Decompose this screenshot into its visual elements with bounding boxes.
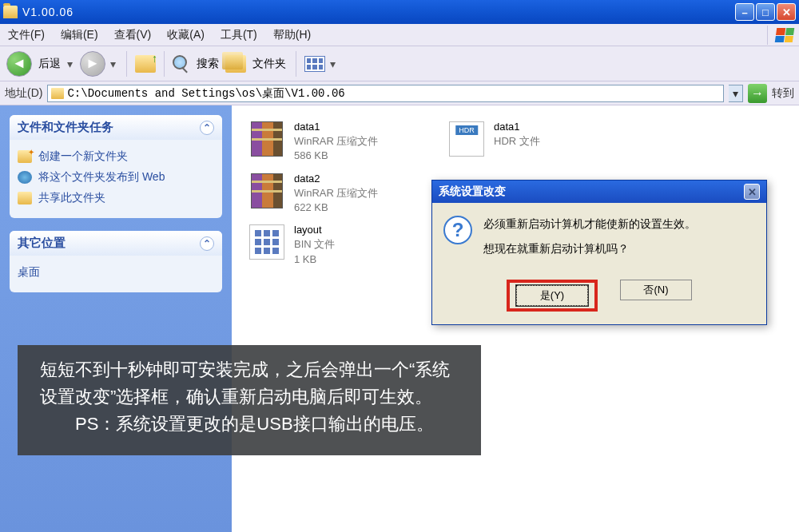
file-size: 1 KB xyxy=(294,252,335,267)
back-label: 后退 xyxy=(38,57,61,71)
task-share-folder[interactable]: 共享此文件夹 xyxy=(18,188,214,208)
file-type: WinRAR 压缩文件 xyxy=(294,186,378,200)
no-button[interactable]: 否(N) xyxy=(620,280,692,300)
yes-button[interactable]: 是(Y) xyxy=(516,285,588,306)
tasks-panel: 文件和文件夹任务 ⌃ 创建一个新文件夹 将这个文件夹发布到 Web 共享此文件夹 xyxy=(10,115,222,218)
file-type: HDR 文件 xyxy=(494,134,540,149)
dialog-close-button[interactable]: ✕ xyxy=(744,184,760,200)
file-type: BIN 文件 xyxy=(294,237,335,252)
sidebar: 文件和文件夹任务 ⌃ 创建一个新文件夹 将这个文件夹发布到 Web 共享此文件夹 xyxy=(0,105,232,532)
question-icon: ? xyxy=(443,216,472,244)
forward-dropdown[interactable]: ▾ xyxy=(110,58,118,70)
tasks-panel-header[interactable]: 文件和文件夹任务 ⌃ xyxy=(10,115,222,140)
address-label: 地址(D) xyxy=(5,86,42,101)
windows-logo-icon xyxy=(767,26,796,45)
places-panel-title: 其它位置 xyxy=(18,236,66,251)
menu-file[interactable]: 文件(F) xyxy=(8,28,45,42)
dialog-line2: 想现在就重新启动计算机吗？ xyxy=(483,240,696,257)
file-item[interactable]: data1 HDR 文件 xyxy=(447,120,623,164)
task-label: 创建一个新文件夹 xyxy=(38,149,128,164)
task-publish-web[interactable]: 将这个文件夹发布到 Web xyxy=(18,167,214,188)
dialog-message: 必须重新启动计算机才能使新的设置生效。 想现在就重新启动计算机吗？ xyxy=(483,216,696,265)
views-icon[interactable] xyxy=(304,56,325,72)
dialog-titlebar[interactable]: 系统设置改变 ✕ xyxy=(432,181,766,203)
close-button[interactable]: ✕ xyxy=(777,3,796,21)
menu-bar: 文件(F) 编辑(E) 查看(V) 收藏(A) 工具(T) 帮助(H) xyxy=(0,24,799,46)
dialog-line1: 必须重新启动计算机才能使新的设置生效。 xyxy=(483,216,696,232)
address-dropdown[interactable]: ▾ xyxy=(729,85,743,102)
folder-icon xyxy=(3,6,18,18)
search-label[interactable]: 搜索 xyxy=(197,57,219,71)
place-label: 桌面 xyxy=(18,265,40,280)
file-name: data1 xyxy=(294,120,378,134)
tasks-panel-title: 文件和文件夹任务 xyxy=(18,120,113,135)
task-label: 将这个文件夹发布到 Web xyxy=(38,170,165,185)
window-titlebar: V1.00.06 – □ ✕ xyxy=(0,0,799,24)
annotation-line2: PS：系统设置更改的是USB接口输出的电压。 xyxy=(40,411,459,438)
address-input[interactable]: C:\Documents and Settings\os\桌面\V1.00.06 xyxy=(47,85,724,102)
places-panel: 其它位置 ⌃ 桌面 xyxy=(10,231,222,292)
separator xyxy=(296,51,296,77)
back-button[interactable]: ◄ xyxy=(6,51,32,77)
up-folder-icon[interactable] xyxy=(135,55,156,73)
back-dropdown[interactable]: ▾ xyxy=(67,58,75,70)
file-item[interactable]: data1 WinRAR 压缩文件 586 KB xyxy=(248,120,423,164)
file-item[interactable]: data2 WinRAR 压缩文件 622 KB xyxy=(248,172,423,216)
menu-view[interactable]: 查看(V) xyxy=(114,28,152,42)
dialog-title: 系统设置改变 xyxy=(439,185,506,199)
folders-icon[interactable] xyxy=(225,55,246,73)
chevron-up-icon[interactable]: ⌃ xyxy=(200,121,214,135)
system-settings-dialog: 系统设置改变 ✕ ? 必须重新启动计算机才能使新的设置生效。 想现在就重新启动计… xyxy=(431,180,767,325)
archive-icon xyxy=(248,172,286,210)
window-title: V1.00.06 xyxy=(22,6,735,18)
hdr-icon xyxy=(447,120,486,158)
go-button[interactable]: → xyxy=(748,84,767,103)
views-dropdown[interactable]: ▾ xyxy=(330,58,338,70)
file-name: data1 xyxy=(494,120,540,134)
places-panel-header[interactable]: 其它位置 ⌃ xyxy=(10,231,222,256)
toolbar: ◄ 后退 ▾ ► ▾ 搜索 文件夹 ▾ xyxy=(0,46,799,81)
file-name: data2 xyxy=(294,172,378,186)
menu-help[interactable]: 帮助(H) xyxy=(273,28,311,42)
search-icon[interactable] xyxy=(173,55,190,73)
file-size: 586 KB xyxy=(294,149,378,163)
separator xyxy=(126,51,127,77)
minimize-button[interactable]: – xyxy=(735,3,754,21)
go-label[interactable]: 转到 xyxy=(772,86,794,101)
annotation-overlay: 短短不到十秒钟即可安装完成，之后会弹出一个“系统设置改变”选择框，确认重新启动电… xyxy=(18,345,481,455)
file-item[interactable]: layout BIN 文件 1 KB xyxy=(248,223,423,267)
menu-fav[interactable]: 收藏(A) xyxy=(167,28,205,42)
task-new-folder[interactable]: 创建一个新文件夹 xyxy=(18,146,214,167)
place-desktop[interactable]: 桌面 xyxy=(18,262,214,283)
globe-icon xyxy=(18,171,32,184)
separator xyxy=(164,51,165,77)
bin-icon xyxy=(248,223,286,261)
address-path: C:\Documents and Settings\os\桌面\V1.00.06 xyxy=(67,86,344,101)
menu-tools[interactable]: 工具(T) xyxy=(221,28,257,42)
chevron-up-icon[interactable]: ⌃ xyxy=(200,236,214,251)
file-type: WinRAR 压缩文件 xyxy=(294,134,378,149)
folder-icon xyxy=(51,88,64,99)
file-name: layout xyxy=(294,223,335,237)
annotation-line1: 短短不到十秒钟即可安装完成，之后会弹出一个“系统设置改变”选择框，确认重新启动电… xyxy=(40,356,459,411)
menu-edit[interactable]: 编辑(E) xyxy=(61,28,98,42)
forward-button[interactable]: ► xyxy=(80,51,105,77)
folders-label[interactable]: 文件夹 xyxy=(252,57,286,71)
task-label: 共享此文件夹 xyxy=(38,191,105,205)
archive-icon xyxy=(248,120,286,158)
new-folder-icon xyxy=(18,150,32,163)
maximize-button[interactable]: □ xyxy=(756,3,775,21)
share-icon xyxy=(18,192,32,204)
highlight-box: 是(Y) xyxy=(507,280,598,312)
file-size: 622 KB xyxy=(294,200,378,215)
address-bar: 地址(D) C:\Documents and Settings\os\桌面\V1… xyxy=(0,81,799,105)
